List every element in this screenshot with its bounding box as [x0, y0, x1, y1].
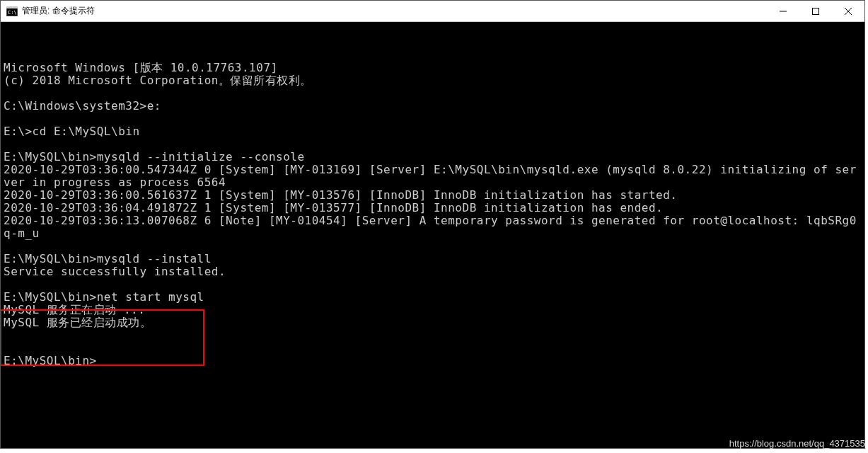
terminal-line: Microsoft Windows [版本 10.0.17763.107] — [4, 62, 862, 74]
command-prompt-window: C:\ 管理员: 命令提示符 Microsoft Windows [版本 10.… — [0, 0, 865, 449]
terminal-line: MySQL 服务正在启动 ... — [4, 304, 862, 316]
terminal-line — [4, 342, 862, 355]
window-controls — [767, 1, 864, 21]
terminal-line: E:\>cd E:\MySQL\bin — [4, 125, 862, 138]
terminal-line: 2020-10-29T03:36:13.007068Z 6 [Note] [MY… — [4, 214, 862, 240]
terminal-line — [4, 138, 862, 151]
terminal-line: (c) 2018 Microsoft Corporation。保留所有权利。 — [4, 74, 862, 87]
svg-text:C:\: C:\ — [8, 10, 17, 16]
terminal-output[interactable]: Microsoft Windows [版本 10.0.17763.107](c)… — [1, 22, 864, 448]
terminal-line — [4, 240, 862, 253]
terminal-line — [4, 278, 862, 291]
terminal-line: 2020-10-29T03:36:04.491872Z 1 [System] [… — [4, 202, 862, 214]
cmd-icon: C:\ — [6, 6, 18, 17]
terminal-line — [4, 329, 862, 342]
watermark-text: https://blog.csdn.net/qq_4371535 — [729, 438, 865, 449]
terminal-line: Service successfully installed. — [4, 265, 862, 278]
terminal-line: E:\MySQL\bin>net start mysql — [4, 291, 862, 304]
svg-rect-4 — [813, 8, 819, 14]
terminal-line: E:\MySQL\bin>mysqld --install — [4, 253, 862, 265]
terminal-line: 2020-10-29T03:36:00.547344Z 0 [System] [… — [4, 164, 862, 189]
terminal-line: E:\MySQL\bin>mysqld --initialize --conso… — [4, 151, 862, 164]
svg-rect-1 — [6, 6, 18, 8]
titlebar[interactable]: C:\ 管理员: 命令提示符 — [1, 1, 864, 22]
terminal-line: C:\Windows\system32>e: — [4, 100, 862, 113]
minimize-button[interactable] — [767, 1, 799, 21]
terminal-line: E:\MySQL\bin> — [4, 355, 862, 367]
window-title: 管理员: 命令提示符 — [22, 5, 767, 17]
terminal-line — [4, 87, 862, 100]
terminal-line — [4, 113, 862, 125]
maximize-button[interactable] — [799, 1, 832, 21]
close-button[interactable] — [832, 1, 864, 21]
terminal-line: MySQL 服务已经启动成功。 — [4, 316, 862, 329]
terminal-line: 2020-10-29T03:36:00.561637Z 1 [System] [… — [4, 189, 862, 202]
